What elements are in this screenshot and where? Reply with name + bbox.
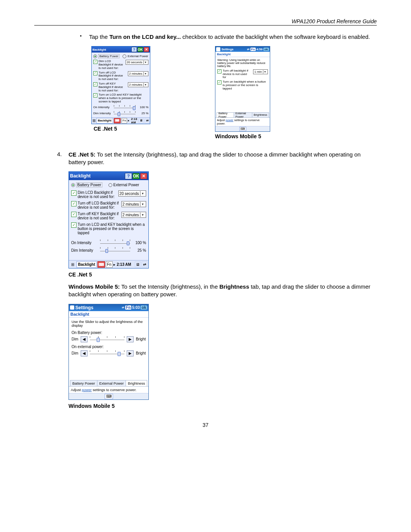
on-intensity-slider[interactable] — [114, 105, 135, 110]
ok-button[interactable]: ok — [263, 48, 269, 51]
select-dim-lcd[interactable]: 20 seconds▼ — [126, 60, 148, 65]
wm5-paragraph: Windows Mobile 5: To set the Intensity (… — [68, 283, 377, 299]
radio-battery-power[interactable]: Battery Power — [93, 54, 119, 58]
checkbox-turn-on-lcd-key[interactable]: ✓ — [71, 222, 76, 228]
dim-intensity-slider[interactable] — [100, 247, 130, 253]
help-button[interactable]: ? — [131, 47, 137, 52]
close-button[interactable]: ✕ — [143, 47, 149, 52]
ce-titlebar: Backlight ? OK ✕ — [69, 172, 148, 180]
power-link[interactable]: power — [226, 118, 233, 122]
arrow-right-icon: ▸ — [113, 262, 115, 267]
radio-external-power[interactable]: External Power — [123, 54, 148, 58]
network-icon[interactable]: ⇄ — [142, 261, 148, 267]
external-brightness-slider[interactable] — [90, 350, 124, 356]
windows-flag-icon[interactable]: ⊞ — [216, 47, 220, 51]
tab-brightness[interactable]: Brightness — [252, 112, 269, 117]
bullet-marker: • — [80, 33, 89, 41]
checkbox-off-lcd[interactable]: ✓ — [71, 201, 76, 206]
select-dim-lcd[interactable]: 20 seconds▼ — [118, 190, 146, 197]
select-off-lcd[interactable]: 2 minutes▼ — [121, 201, 146, 207]
checkbox-turn-on-lcd-key[interactable]: ✓ — [93, 93, 97, 97]
checkbox-off-lcd[interactable]: ✓ — [93, 71, 97, 75]
dim-intensity-slider[interactable] — [114, 111, 135, 116]
step-text: CE .Net 5: To set the Intensity (brightn… — [68, 151, 377, 166]
radio-battery-power[interactable]: Battery Power — [71, 182, 102, 187]
slider-instruction: Use the Slider to adjust the brightness … — [72, 320, 146, 328]
ce-window-large: Backlight ? OK ✕ Battery Power External … — [68, 171, 149, 268]
ce-titlebar: Backlight ? OK ✕ — [92, 46, 150, 53]
tab-battery-power[interactable]: Battery Power — [217, 112, 234, 117]
tab-battery-power[interactable]: Battery Power — [70, 380, 97, 386]
label-off-backlight: Turn off backlight if device is not used… — [223, 69, 251, 79]
increase-button[interactable]: ▶ — [127, 350, 134, 356]
chevron-down-icon: ▼ — [263, 70, 267, 73]
tab-brightness[interactable]: Brightness — [126, 380, 147, 386]
chevron-down-icon: ▼ — [140, 191, 145, 196]
checkbox-off-key[interactable]: ✓ — [93, 82, 97, 86]
ce-title-text: Backlight — [92, 48, 131, 51]
chevron-down-icon: ▼ — [143, 83, 147, 86]
dim-label: Dim — [72, 337, 78, 341]
ok-button[interactable]: ok — [140, 305, 147, 310]
label-turn-on-lcd-key: Turn on LCD and KEY backlight when a but… — [99, 93, 148, 103]
desktop-icon[interactable]: 🖥 — [139, 118, 144, 123]
on-intensity-slider[interactable] — [100, 240, 130, 246]
figure-ce-small: Backlight ? OK ✕ Battery Power External … — [91, 46, 150, 139]
slider-thumb-icon — [118, 352, 121, 356]
select-off-key[interactable]: 2 minutes▼ — [128, 82, 148, 87]
power-link[interactable]: power — [82, 388, 92, 392]
desktop-icon[interactable]: 🖥 — [135, 261, 141, 267]
wm-tabs: Battery Power External Power Brightness — [69, 380, 148, 386]
select-off-key[interactable]: 2 minutes▼ — [121, 212, 146, 218]
wm-tabs: Battery Power External Power Brightness — [215, 112, 270, 117]
checkbox-off-backlight[interactable]: ✓ — [217, 69, 221, 73]
radio-dot-icon — [93, 54, 97, 58]
label-off-key: Turn off KEY Backlight if device is not … — [78, 212, 119, 220]
arrow-right-icon: ▸ — [128, 119, 129, 122]
wm-topbar: ⊞ Settings ⇄ Fn 5:03 ok — [69, 304, 148, 311]
checkbox-dim-lcd[interactable]: ✓ — [71, 190, 76, 196]
tab-external-power[interactable]: External Power — [234, 112, 252, 117]
on-external-label: On external power: — [72, 345, 146, 349]
wm-footer: Adjust power settings to conserve power. — [69, 386, 148, 393]
taskbar-time: 2:13 AM — [131, 117, 137, 124]
dim-intensity-value: 25 % — [137, 112, 148, 115]
select-off-backlight[interactable]: 1 min▼ — [253, 69, 268, 74]
taskbar-app-button[interactable]: Backlight — [76, 261, 97, 268]
start-button[interactable]: ⊞ — [92, 118, 96, 123]
close-button[interactable]: ✕ — [140, 173, 147, 179]
ok-button[interactable]: OK — [137, 47, 143, 52]
dim-intensity-label: Dim Intensity — [93, 112, 112, 115]
label-turn-on-lcd-key: Turn on LCD and KEY backlight when a but… — [78, 222, 146, 235]
ce-taskbar: ⊞ Backlight ⌨ Fn ▸ 2:13 AM 🖥 ⇄ — [92, 117, 150, 124]
taskbar-app-button[interactable]: Backlight — [96, 118, 113, 123]
decrease-button[interactable]: ◀ — [81, 350, 88, 356]
checkbox-turn-on-backlight[interactable]: ✓ — [217, 80, 221, 85]
wm-topbar: ⊞ Settings ⇄ Fn 4:59 ok — [215, 46, 270, 52]
keyboard-icon[interactable]: ⌨ — [105, 394, 113, 399]
help-button[interactable]: ? — [125, 173, 132, 179]
wm-brightness-caption: Windows Mobile 5 — [68, 403, 377, 409]
figure-wm-brightness: ⊞ Settings ⇄ Fn 5:03 ok Backlight Use th… — [68, 304, 377, 409]
windows-flag-icon[interactable]: ⊞ — [70, 305, 74, 310]
battery-brightness-slider[interactable] — [90, 336, 124, 342]
checkbox-off-key[interactable]: ✓ — [71, 212, 76, 217]
wm-footer: Adjust power settings to conserve power. — [215, 117, 270, 126]
decrease-button[interactable]: ◀ — [81, 336, 88, 342]
on-intensity-label: On Intensity — [71, 241, 99, 245]
bullet-item: • Tap the Turn on the LCD and key... che… — [80, 33, 377, 41]
ce-caption: CE .Net 5 — [94, 126, 117, 132]
on-intensity-label: On Intensity — [93, 105, 112, 109]
tab-external-power[interactable]: External Power — [97, 380, 126, 386]
increase-button[interactable]: ▶ — [127, 336, 134, 342]
wm-subtitle: Backlight — [215, 52, 270, 57]
dim-intensity-value: 25 % — [132, 248, 146, 252]
start-button[interactable]: ⊞ — [70, 261, 76, 267]
select-off-lcd[interactable]: 2 minutes▼ — [128, 71, 148, 76]
slider-thumb-icon — [127, 241, 129, 245]
ok-button[interactable]: OK — [132, 173, 140, 179]
network-icon[interactable]: ⇄ — [145, 118, 150, 123]
checkbox-dim-lcd[interactable]: ✓ — [93, 60, 97, 64]
radio-external-power[interactable]: External Power — [108, 183, 139, 187]
keyboard-icon[interactable]: ⌨ — [239, 127, 246, 131]
